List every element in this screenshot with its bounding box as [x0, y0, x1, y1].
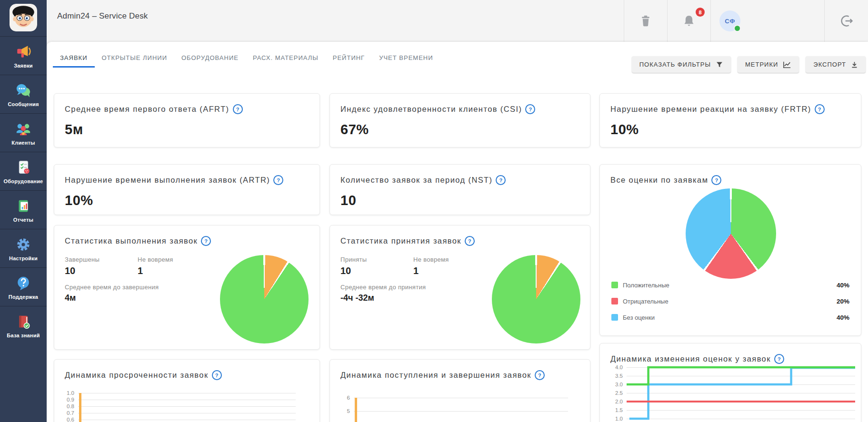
metrics-chart-icon	[783, 61, 791, 69]
stat-value: 10	[340, 265, 367, 276]
sidebar-item-label: Оборудование	[4, 178, 43, 184]
help-icon[interactable]: ?	[815, 104, 825, 114]
notifications-button[interactable]: 8	[679, 11, 698, 31]
trash-button[interactable]	[636, 10, 656, 31]
help-icon[interactable]: ?	[496, 175, 506, 185]
question-bubble-icon	[15, 275, 32, 292]
legend-swatch-negative	[611, 298, 618, 304]
stat-avg-acceptance-time: Среднее время до принятия -4ч -32м	[340, 284, 426, 303]
acceptance-stats-card: Статистика принятия заявок ? Приняты 10 …	[329, 225, 590, 350]
tab-otkrytye-linii[interactable]: ОТКРЫТЫЕ ЛИНИИ	[95, 53, 175, 63]
legend-value: 20%	[837, 298, 849, 305]
help-icon[interactable]: ?	[711, 175, 721, 185]
show-filters-label: ПОКАЗАТЬ ФИЛЬТРЫ	[639, 61, 711, 68]
legend-label: Положительные	[623, 282, 669, 289]
sidebar-item-klienty[interactable]: Клиенты	[0, 113, 47, 152]
legend-value: 40%	[837, 282, 849, 289]
sidebar-item-oborudovanie[interactable]: Оборудование	[0, 152, 47, 190]
overdue-dynamics-chart: 1.00.90.80.70.6	[65, 386, 310, 422]
help-icon[interactable]: ?	[525, 104, 535, 114]
download-icon	[851, 61, 858, 69]
help-icon[interactable]: ?	[201, 236, 211, 246]
user-avatar[interactable]	[10, 4, 37, 31]
legend-row: Отрицательные 20%	[611, 297, 849, 305]
legend-row: Положительные 40%	[611, 281, 849, 289]
kpi-value: 10	[330, 185, 590, 208]
sidebar-item-label: Клиенты	[11, 140, 35, 146]
logout-button[interactable]	[836, 10, 858, 32]
kpi-card-artr: Нарушение времени выполнения заявок (ART…	[54, 164, 320, 215]
ratings-pie-chart	[686, 188, 776, 279]
toolbar: ПОКАЗАТЬ ФИЛЬТРЫ МЕТРИКИ ЭКСПОРТ	[632, 56, 866, 73]
help-icon[interactable]: ?	[212, 370, 222, 380]
legend-label: Без оценки	[623, 314, 655, 321]
card-title: Нарушение времени выполнения заявок (ART…	[65, 176, 270, 185]
sidebar-item-label: Заявки	[14, 63, 33, 69]
card-title: Все оценки по заявкам	[610, 176, 708, 185]
chat-bubbles-icon	[15, 82, 32, 99]
notification-badge: 8	[696, 8, 705, 17]
metrics-button[interactable]: МЕТРИКИ	[738, 56, 799, 73]
card-title: Индекс удовлетворенности клиентов (CSI)	[340, 105, 522, 114]
stat-label: Среднее время до завершения	[65, 284, 159, 291]
tab-rash-materialy[interactable]: РАСХ. МАТЕРИАЛЫ	[246, 53, 326, 63]
card-title: Динамика просроченности заявок	[65, 371, 209, 380]
sidebar-item-nastroyki[interactable]: Настройки	[0, 229, 47, 267]
sidebar-item-label: Настройки	[9, 255, 38, 261]
people-group-icon	[15, 120, 32, 137]
flow-dynamics-card: Динамика поступления и завершения заявок…	[329, 359, 590, 422]
stat-value: -4ч -32м	[340, 293, 426, 303]
export-button[interactable]: ЭКСПОРТ	[806, 56, 866, 73]
megaphone-icon	[15, 43, 32, 60]
bell-icon	[682, 14, 696, 28]
tab-uchet-vremeni[interactable]: УЧЕТ ВРЕМЕНИ	[372, 53, 440, 63]
card-title: Количество заявок за период (NST)	[340, 176, 492, 185]
stat-label: Не вовремя	[138, 256, 173, 263]
header: Admin24 – Service Desk 8	[47, 0, 868, 42]
stat-label: Приняты	[340, 256, 367, 263]
stat-value: 4м	[65, 293, 159, 303]
sidebar-item-otchety[interactable]: Отчеты	[0, 190, 47, 229]
tab-oborudovanie[interactable]: ОБОРУДОВАНИЕ	[174, 53, 246, 63]
sidebar-item-baza-znaniy[interactable]: База знаний	[0, 306, 47, 344]
acceptance-pie-chart	[492, 255, 580, 343]
card-title: Статистика принятия заявок	[340, 236, 461, 245]
tab-zayavki[interactable]: ЗАЯВКИ	[53, 53, 95, 63]
kpi-value: 67%	[330, 114, 590, 137]
show-filters-button[interactable]: ПОКАЗАТЬ ФИЛЬТРЫ	[632, 56, 731, 73]
completion-pie-chart	[220, 255, 309, 343]
sidebar-item-soobshcheniya[interactable]: Сообщения	[0, 75, 47, 113]
stat-avg-completion-time: Среднее время до завершения 4м	[65, 284, 159, 303]
profile-avatar[interactable]: СФ	[719, 10, 740, 31]
kpi-value: 10%	[600, 114, 861, 137]
help-icon[interactable]: ?	[535, 370, 545, 380]
logout-icon	[838, 13, 855, 29]
stat-value: 1	[413, 265, 449, 276]
book-check-icon	[15, 313, 32, 330]
legend-swatch-norating	[611, 314, 618, 321]
sidebar-item-podderzhka[interactable]: Поддержка	[0, 267, 47, 306]
stat-not-on-time: Не вовремя 1	[138, 256, 173, 276]
completion-stats-card: Статистика выполнения заявок ? Завершены…	[54, 225, 320, 350]
stat-accepted: Приняты 10	[340, 256, 367, 276]
card-title: Нарушение времени реакции на заявку (FRT…	[610, 105, 811, 114]
help-icon[interactable]: ?	[273, 175, 283, 185]
avatar-face-icon	[10, 4, 37, 31]
kpi-card-frtr: Нарушение времени реакции на заявку (FRT…	[599, 93, 861, 147]
ratings-dynamics-card: Динамика изменения оценок у заявок ? 4.0…	[599, 343, 861, 422]
sidebar-item-zayavki[interactable]: Заявки	[0, 36, 47, 75]
ratings-pie-card: Все оценки по заявкам ? Положительные 40…	[599, 164, 861, 336]
sidebar: Заявки Сообщения	[0, 0, 47, 422]
card-title: Статистика выполнения заявок	[65, 236, 198, 245]
checklist-document-icon	[15, 159, 32, 176]
tab-reyting[interactable]: РЕЙТИНГ	[326, 53, 372, 63]
stat-label: Завершены	[65, 256, 100, 263]
help-icon[interactable]: ?	[465, 236, 475, 246]
stat-label: Среднее время до принятия	[340, 284, 426, 291]
online-status-dot	[734, 25, 741, 32]
sidebar-item-label: Сообщения	[8, 101, 39, 107]
help-icon[interactable]: ?	[774, 354, 784, 364]
gear-icon	[15, 236, 32, 253]
help-icon[interactable]: ?	[233, 104, 243, 114]
kpi-value: 10%	[54, 185, 319, 208]
